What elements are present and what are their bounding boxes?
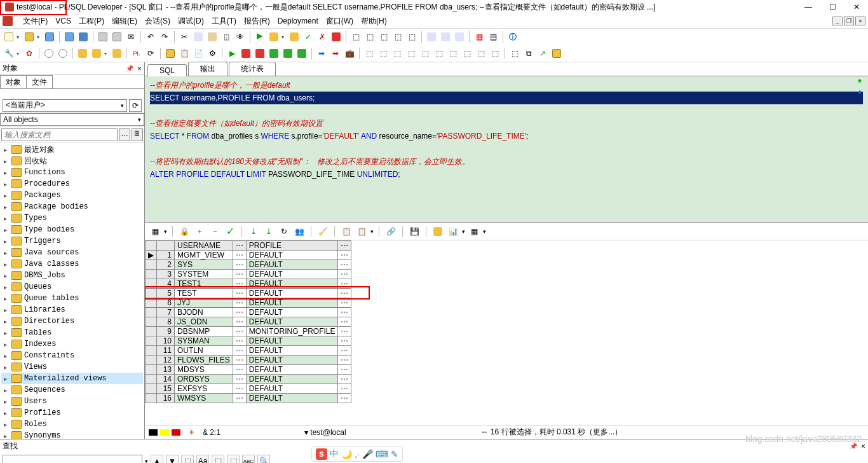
table-row[interactable]: 13MDSYS⋯DEFAULT⋯ bbox=[146, 365, 351, 375]
tb-session1[interactable] bbox=[76, 47, 89, 60]
find-opt5[interactable]: ABC bbox=[242, 455, 255, 463]
clear-button[interactable]: 🧹 bbox=[316, 225, 329, 238]
search-doc-button[interactable]: 🗎 bbox=[132, 128, 143, 141]
tb-brief[interactable]: 💼 bbox=[343, 47, 356, 60]
tb-m3[interactable]: ⬚ bbox=[391, 47, 403, 60]
find-next-button[interactable]: ▼ bbox=[166, 455, 179, 463]
tb-dbg-into[interactable] bbox=[240, 47, 252, 60]
tb-find2[interactable]: 👁 bbox=[234, 31, 247, 43]
tb-m6[interactable]: ⬚ bbox=[433, 47, 445, 60]
tb-list[interactable]: ▤ bbox=[487, 31, 499, 43]
table-row[interactable]: 6JYJ⋯DEFAULT⋯ bbox=[146, 298, 351, 308]
table-row[interactable]: 16WMSYS⋯DEFAULT⋯ bbox=[146, 394, 351, 403]
menu-工具t[interactable]: 工具(T) bbox=[208, 15, 240, 27]
menu-vcs[interactable]: VCS bbox=[51, 15, 75, 27]
tree-item[interactable]: ▸Synonyms bbox=[1, 430, 143, 439]
tree-item[interactable]: ▸回收站 bbox=[1, 155, 143, 167]
tree-item[interactable]: ▸Triggers bbox=[1, 235, 143, 247]
drum-button[interactable] bbox=[431, 225, 444, 238]
paste-grid-button[interactable]: 📋 bbox=[355, 225, 368, 238]
tb-export[interactable]: 📄 bbox=[192, 47, 205, 60]
tb-m5[interactable]: ⬚ bbox=[419, 47, 431, 60]
find-close-button[interactable]: × bbox=[861, 442, 865, 451]
tb-run[interactable]: ⯈ bbox=[254, 31, 266, 43]
object-tree[interactable]: ▸最近对象▸回收站▸Functions▸Procedures▸Packages▸… bbox=[0, 142, 144, 439]
tb-rollback[interactable]: ✗ bbox=[316, 31, 329, 43]
tb-import[interactable]: 📋 bbox=[178, 47, 191, 60]
tb-m9[interactable]: ⬚ bbox=[475, 47, 487, 60]
tree-item[interactable]: ▸Functions bbox=[1, 167, 143, 178]
prev-sql-button[interactable]: ♠ bbox=[855, 76, 864, 85]
menu-窗口w[interactable]: 窗口(W) bbox=[322, 15, 357, 27]
tree-item[interactable]: ▸Types bbox=[1, 212, 143, 224]
tree-item[interactable]: ▸Views bbox=[1, 361, 143, 373]
tree-item[interactable]: ▸Packages bbox=[1, 190, 143, 201]
search-browse-button[interactable]: … bbox=[119, 128, 130, 141]
editor-tab-0[interactable]: SQL bbox=[147, 64, 187, 76]
tb-debug1[interactable]: ⬚ bbox=[349, 31, 362, 43]
table-row[interactable]: 2SYS⋯DEFAULT⋯ bbox=[146, 260, 351, 270]
export-button[interactable]: 💾 bbox=[408, 225, 421, 238]
tb-sel[interactable]: ⌹ bbox=[220, 31, 233, 43]
menu-调试d[interactable]: 调试(D) bbox=[174, 15, 208, 27]
tree-item[interactable]: ▸Materialized views bbox=[1, 373, 143, 384]
tb-saveall[interactable] bbox=[77, 31, 90, 43]
tb-debug5[interactable]: ⬚ bbox=[405, 31, 418, 43]
chart-button[interactable]: 📊 bbox=[447, 225, 459, 238]
tb-commit[interactable]: ✓ bbox=[302, 31, 315, 43]
tree-item[interactable]: ▸Libraries bbox=[1, 304, 143, 315]
tb-arrow1[interactable]: ➡ bbox=[315, 47, 328, 60]
close-button[interactable]: ✕ bbox=[850, 3, 863, 11]
tb-dbg-out[interactable] bbox=[268, 47, 280, 60]
grid-view-button[interactable]: ▦ bbox=[149, 225, 161, 238]
left-tab-1[interactable]: 文件 bbox=[26, 75, 53, 88]
menu-报告r[interactable]: 报告(R) bbox=[240, 15, 274, 27]
tree-item[interactable]: ▸DBMS_Jobs bbox=[1, 270, 143, 281]
table-row[interactable]: 9DBSNMP⋯MONITORING_PROFILE⋯ bbox=[146, 327, 351, 336]
tree-item[interactable]: ▸最近对象 bbox=[1, 144, 143, 155]
table-row[interactable]: 5TEST⋯DEFAULT⋯ bbox=[146, 289, 351, 298]
tb-copy[interactable] bbox=[192, 31, 205, 43]
tb-cut[interactable]: ✂ bbox=[178, 31, 191, 43]
tb-help[interactable]: ⓘ bbox=[506, 31, 519, 43]
tb-findnext[interactable] bbox=[57, 47, 69, 60]
refresh-button[interactable]: ⟳ bbox=[129, 99, 142, 112]
tb-print[interactable] bbox=[97, 31, 109, 43]
tree-item[interactable]: ▸Profiles bbox=[1, 407, 143, 418]
table-row[interactable]: 14ORDSYS⋯DEFAULT⋯ bbox=[146, 375, 351, 384]
lock-button[interactable]: 🔒 bbox=[178, 225, 191, 238]
find-input[interactable] bbox=[3, 455, 142, 463]
table-row[interactable]: 12FLOWS_FILES⋯DEFAULT⋯ bbox=[146, 356, 351, 365]
table-row[interactable]: 11OUTLN⋯DEFAULT⋯ bbox=[146, 346, 351, 356]
table-row[interactable]: 3SYSTEM⋯DEFAULT⋯ bbox=[146, 270, 351, 279]
table-row[interactable]: 7BJODN⋯DEFAULT⋯ bbox=[146, 308, 351, 317]
menu-deployment[interactable]: Deployment bbox=[274, 15, 322, 27]
tree-item[interactable]: ▸Tables bbox=[1, 327, 143, 338]
tb-win2[interactable] bbox=[439, 31, 452, 43]
search-input[interactable] bbox=[1, 128, 118, 141]
query-builder-button[interactable]: 👥 bbox=[293, 225, 306, 238]
find-opt6[interactable]: 🔍 bbox=[257, 455, 270, 463]
result-grid[interactable]: USERNAME⋯PROFILE⋯▶1MGMT_VIEW⋯DEFAULT⋯2SY… bbox=[145, 240, 351, 403]
ime-bar[interactable]: S 中 🌙 ,· 🎤 ⌨ ✎ bbox=[311, 446, 403, 462]
tb-undo[interactable]: ↶ bbox=[144, 31, 157, 43]
grid-menu-button[interactable]: ▦ bbox=[468, 225, 480, 238]
find-opt3[interactable]: ⬚ bbox=[212, 455, 224, 463]
connection-status[interactable]: ▾ test@local bbox=[304, 428, 346, 437]
fetch-all-button[interactable]: ⤓ bbox=[262, 225, 275, 238]
maximize-button[interactable]: ☐ bbox=[826, 3, 839, 11]
tree-item[interactable]: ▸Queues bbox=[1, 281, 143, 293]
copy-grid-button[interactable]: 📋 bbox=[340, 225, 353, 238]
find-opt4[interactable]: ⬚ bbox=[227, 455, 240, 463]
tree-item[interactable]: ▸Package bodies bbox=[1, 201, 143, 212]
tb-key[interactable]: 🔧 bbox=[3, 47, 15, 60]
mdi-close[interactable]: × bbox=[855, 17, 865, 25]
menu-帮助h[interactable]: 帮助(H) bbox=[357, 15, 391, 27]
tb-m10[interactable]: ⬚ bbox=[489, 47, 501, 60]
mdi-restore[interactable]: ❐ bbox=[844, 17, 854, 25]
mdi-minimize[interactable]: _ bbox=[832, 17, 843, 25]
menu-文件f[interactable]: 文件(F) bbox=[19, 15, 51, 27]
tb-deploy1[interactable]: ⬚ bbox=[508, 47, 521, 60]
object-filter-combo[interactable]: All objects ▾ bbox=[0, 113, 144, 126]
find-opt1[interactable]: ⬚ bbox=[181, 455, 194, 463]
